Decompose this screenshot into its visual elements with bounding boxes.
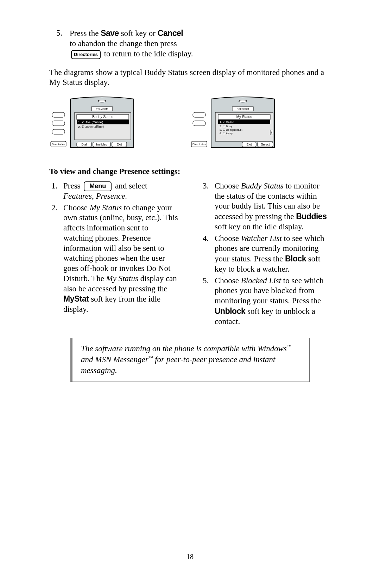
mystat-softkey-name: MyStat <box>63 294 89 303</box>
step-five-list: Press the Save soft key or Cancel to aba… <box>49 28 331 59</box>
list-item: 1. ✆ Joe ⟨Online⟩ <box>78 120 103 124</box>
my-status-diagram: POLYCOM My Status 1. ☑ Online 2. ☐ Busy … <box>190 95 296 151</box>
hardkey-directories: Directories <box>52 143 65 146</box>
svg-rect-10 <box>52 129 65 134</box>
two-column-layout: Press Menu and select Features, Presence… <box>49 181 331 328</box>
list-item: 2. ☐ Busy <box>220 125 232 128</box>
text: Press the <box>70 29 101 38</box>
trademark-icon: ™ <box>148 355 153 360</box>
document-page: Press the Save soft key or Cancel to aba… <box>0 0 380 588</box>
step-five: Press the Save soft key or Cancel to aba… <box>49 28 331 59</box>
menu-path: Features, Presence. <box>63 192 127 200</box>
text: to return to the idle display. <box>102 49 193 58</box>
unblock-softkey-name: Unblock <box>215 307 245 316</box>
step-1: Press Menu and select Features, Presence… <box>49 181 179 202</box>
softkey-select: Select <box>261 143 270 146</box>
buddies-softkey-name: Buddies <box>296 212 327 221</box>
list-item: 3. ☐ Be right back <box>220 128 243 131</box>
right-column: Choose Buddy Status to monitor the statu… <box>201 181 331 328</box>
page-footer: 18 <box>137 550 243 561</box>
softkey-exit: Exit <box>246 143 252 146</box>
brand-label: POLYCOM <box>96 108 108 110</box>
list-item: 1. ☑ Online <box>220 120 234 124</box>
screen-title: Buddy Status <box>92 115 113 119</box>
softkey-dial: Dial <box>81 143 87 146</box>
step-3: Choose Buddy Status to monitor the statu… <box>201 181 331 232</box>
hardkey-directories: Directories <box>192 143 206 146</box>
step-5: Choose Blocked List to see which phones … <box>201 276 331 327</box>
compatibility-note: The software running on the phone is com… <box>70 338 310 382</box>
svg-rect-9 <box>52 121 65 126</box>
diagram-row: POLYCOM Buddy Status 1. ✆ Joe ⟨Online⟩ 2… <box>49 95 331 151</box>
section-heading: To view and change Presence settings: <box>49 167 331 177</box>
step-4: Choose Watcher List to see which phones … <box>201 234 331 274</box>
svg-point-12 <box>239 100 247 102</box>
svg-text:⬍: ⬍ <box>271 131 273 134</box>
buddy-status-diagram: POLYCOM Buddy Status 1. ✆ Joe ⟨Online⟩ 2… <box>49 95 155 151</box>
screen-title: My Status <box>236 115 252 119</box>
left-column: Press Menu and select Features, Presence… <box>49 181 179 328</box>
list-item: 4. ☐ Away <box>220 132 233 135</box>
text: to abandon the change then press <box>70 39 177 48</box>
save-softkey-name: Save <box>101 29 119 38</box>
step-2: Choose My Status to change your own stat… <box>49 203 179 315</box>
cancel-softkey-name: Cancel <box>158 29 183 38</box>
svg-point-0 <box>98 100 106 102</box>
trademark-icon: ™ <box>287 344 291 349</box>
softkey-exit: Exit <box>116 143 122 146</box>
intro-paragraph: The diagrams show a typical Buddy Status… <box>49 68 331 88</box>
softkey-instmsg: InstMsg <box>96 143 107 146</box>
directories-key-icon: Directories <box>71 50 101 59</box>
list-item: 2. ✆ Jane⟨Offline⟩ <box>78 125 104 129</box>
menu-key-icon: Menu <box>84 181 112 191</box>
brand-label: POLYCOM <box>237 108 249 110</box>
svg-rect-21 <box>193 112 205 117</box>
svg-rect-8 <box>52 112 65 117</box>
block-softkey-name: Block <box>285 254 306 263</box>
page-number: 18 <box>186 553 194 561</box>
svg-rect-22 <box>193 121 205 126</box>
text: soft key or <box>119 29 158 38</box>
